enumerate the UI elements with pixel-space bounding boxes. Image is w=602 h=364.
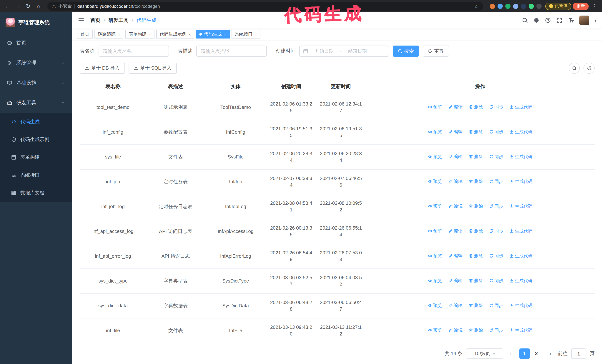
action-edit[interactable]: 编辑 bbox=[448, 104, 462, 110]
help-icon[interactable] bbox=[545, 17, 551, 23]
action-trash[interactable]: 删除 bbox=[468, 203, 483, 210]
action-edit[interactable]: 编辑 bbox=[448, 228, 462, 234]
action-download[interactable]: 生成代码 bbox=[509, 153, 533, 160]
table-name-input[interactable] bbox=[98, 46, 169, 57]
action-download[interactable]: 生成代码 bbox=[509, 277, 533, 284]
avatar-caret-icon[interactable]: ▾ bbox=[595, 18, 596, 22]
action-edit[interactable]: 编辑 bbox=[448, 277, 462, 284]
user-avatar[interactable] bbox=[580, 16, 589, 25]
action-sync[interactable]: 同步 bbox=[489, 228, 503, 234]
action-edit[interactable]: 编辑 bbox=[448, 327, 462, 334]
reset-button[interactable]: 重置 bbox=[423, 46, 449, 57]
action-download[interactable]: 生成代码 bbox=[509, 203, 533, 210]
paused-badge[interactable]: 已暂停 bbox=[545, 2, 571, 10]
action-trash[interactable]: 删除 bbox=[468, 104, 483, 110]
action-download[interactable]: 生成代码 bbox=[509, 104, 533, 110]
forward-icon[interactable]: → bbox=[13, 2, 22, 10]
action-sync[interactable]: 同步 bbox=[489, 277, 503, 284]
hamburger-icon[interactable] bbox=[78, 17, 85, 24]
extension-icon-7[interactable] bbox=[536, 3, 541, 9]
search-button[interactable]: 搜索 bbox=[393, 46, 419, 57]
action-sync[interactable]: 同步 bbox=[489, 252, 503, 259]
action-eye[interactable]: 预览 bbox=[428, 203, 442, 210]
breadcrumb-devtools[interactable]: 研发工具 bbox=[108, 17, 129, 24]
tab-2[interactable]: 表单构建× bbox=[125, 30, 154, 39]
goto-page-input[interactable] bbox=[571, 348, 586, 359]
action-edit[interactable]: 编辑 bbox=[448, 153, 462, 160]
action-eye[interactable]: 预览 bbox=[428, 178, 442, 185]
sidebar-item-2[interactable]: 基础设施 bbox=[0, 73, 72, 93]
action-eye[interactable]: 预览 bbox=[428, 302, 442, 309]
table-desc-input[interactable] bbox=[196, 46, 267, 57]
github-icon[interactable] bbox=[533, 17, 539, 23]
action-download[interactable]: 生成代码 bbox=[509, 252, 533, 259]
action-download[interactable]: 生成代码 bbox=[509, 128, 533, 135]
action-download[interactable]: 生成代码 bbox=[509, 302, 533, 309]
action-trash[interactable]: 删除 bbox=[468, 302, 483, 309]
action-sync[interactable]: 同步 bbox=[489, 128, 503, 135]
sidebar-subitem-1[interactable]: 代码生成示例 bbox=[0, 131, 72, 148]
action-download[interactable]: 生成代码 bbox=[509, 228, 533, 234]
tab-4[interactable]: 代码生成× bbox=[196, 30, 230, 39]
action-sync[interactable]: 同步 bbox=[489, 203, 503, 210]
header-search-icon[interactable] bbox=[522, 17, 528, 23]
action-trash[interactable]: 删除 bbox=[468, 178, 483, 185]
action-eye[interactable]: 预览 bbox=[428, 128, 442, 135]
start-date-input[interactable] bbox=[310, 49, 339, 54]
bookmark-star-icon[interactable]: ☆ bbox=[474, 3, 478, 9]
extension-icon-5[interactable] bbox=[521, 3, 526, 9]
sidebar-subitem-3[interactable]: 系统接口 bbox=[0, 166, 72, 184]
font-size-icon[interactable] bbox=[568, 17, 574, 23]
extension-icon-2[interactable] bbox=[497, 3, 503, 9]
page-button-2[interactable]: 2 bbox=[531, 348, 542, 359]
close-tab-icon[interactable]: × bbox=[224, 32, 226, 36]
extension-icon-1[interactable] bbox=[490, 3, 495, 9]
close-tab-icon[interactable]: × bbox=[189, 32, 191, 36]
action-trash[interactable]: 删除 bbox=[468, 277, 483, 284]
close-tab-icon[interactable]: × bbox=[118, 32, 120, 36]
tab-5[interactable]: 系统接口× bbox=[232, 30, 261, 39]
refresh-table-button[interactable] bbox=[583, 62, 595, 74]
reload-icon[interactable]: ↻ bbox=[24, 2, 32, 10]
tab-1[interactable]: 链路追踪× bbox=[95, 30, 124, 39]
extension-icon-4[interactable] bbox=[513, 3, 518, 9]
action-trash[interactable]: 删除 bbox=[468, 228, 483, 234]
action-download[interactable]: 生成代码 bbox=[509, 178, 533, 185]
action-download[interactable]: 生成代码 bbox=[509, 327, 533, 334]
extension-icon-3[interactable] bbox=[505, 3, 510, 9]
action-sync[interactable]: 同步 bbox=[489, 178, 503, 185]
breadcrumb-home[interactable]: 首页 bbox=[90, 17, 100, 24]
close-tab-icon[interactable]: × bbox=[255, 32, 257, 36]
extension-icon-6[interactable] bbox=[528, 3, 534, 9]
action-sync[interactable]: 同步 bbox=[489, 302, 503, 309]
action-edit[interactable]: 编辑 bbox=[448, 128, 462, 135]
sidebar-subitem-2[interactable]: 表单构建 bbox=[0, 148, 72, 166]
import-sql-button[interactable]: 基于 SQL 导入 bbox=[129, 62, 177, 74]
app-logo-row[interactable]: 芋道管理系统 bbox=[0, 12, 72, 33]
tab-0[interactable]: 首页 bbox=[77, 30, 93, 39]
date-range-picker[interactable]: - bbox=[299, 46, 389, 57]
tab-3[interactable]: 代码生成示例× bbox=[156, 30, 194, 39]
import-db-button[interactable]: 基于 DB 导入 bbox=[80, 62, 125, 74]
next-page-button[interactable]: › bbox=[546, 350, 554, 357]
sidebar-subitem-0[interactable]: 代码生成 bbox=[0, 113, 72, 131]
action-eye[interactable]: 预览 bbox=[428, 327, 442, 334]
action-trash[interactable]: 删除 bbox=[468, 327, 483, 334]
update-button[interactable]: 更新 bbox=[573, 2, 589, 10]
close-tab-icon[interactable]: × bbox=[149, 32, 151, 36]
address-bar[interactable]: ⚠ 不安全 dashboard.yudao.iocoder.cn/tool/co… bbox=[47, 2, 483, 10]
toggle-search-button[interactable] bbox=[569, 62, 580, 74]
action-edit[interactable]: 编辑 bbox=[448, 302, 462, 309]
security-label[interactable]: 不安全 bbox=[59, 3, 72, 9]
sidebar-item-1[interactable]: 系统管理 bbox=[0, 53, 72, 73]
action-trash[interactable]: 删除 bbox=[468, 128, 483, 135]
sidebar-item-3[interactable]: 研发工具 bbox=[0, 93, 72, 113]
action-eye[interactable]: 预览 bbox=[428, 104, 442, 110]
action-trash[interactable]: 删除 bbox=[468, 153, 483, 160]
action-edit[interactable]: 编辑 bbox=[448, 252, 462, 259]
fullscreen-icon[interactable] bbox=[556, 17, 562, 23]
page-button-1[interactable]: 1 bbox=[519, 348, 530, 359]
action-trash[interactable]: 删除 bbox=[468, 252, 483, 259]
action-eye[interactable]: 预览 bbox=[428, 153, 442, 160]
action-edit[interactable]: 编辑 bbox=[448, 203, 462, 210]
